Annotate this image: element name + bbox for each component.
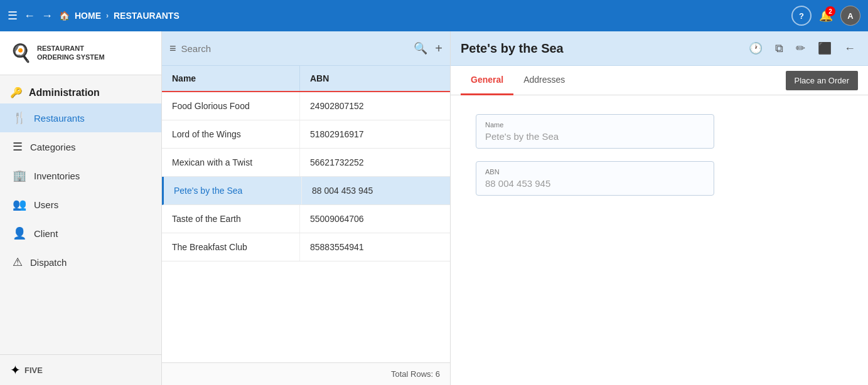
search-bar: ≡ 🔍 + [162, 31, 450, 66]
sidebar-footer: ✦ FIVE [0, 354, 161, 385]
abn-label: ABN [485, 168, 705, 176]
name-field: Name Pete's by the Sea [476, 114, 714, 149]
five-logo-label: FIVE [24, 366, 43, 375]
home-icon: 🏠 [59, 11, 70, 21]
table-footer: Total Rows: 6 [162, 362, 450, 385]
sidebar-item-dispatch[interactable]: ⚠ Dispatch [0, 248, 161, 277]
history-icon[interactable]: 🕐 [746, 39, 765, 58]
row-abn: 51802916917 [300, 120, 450, 148]
table-row[interactable]: Lord of the Wings 51802916917 [162, 120, 450, 149]
breadcrumb-home[interactable]: HOME [75, 11, 101, 21]
name-value: Pete's by the Sea [485, 131, 705, 142]
row-name: Taste of the Earth [162, 205, 300, 233]
row-abn: 88 004 453 945 [302, 177, 450, 204]
sidebar-item-restaurants-label: Restaurants [34, 113, 85, 124]
back-icon[interactable]: ← [24, 9, 35, 23]
notification-badge: 2 [825, 6, 835, 16]
breadcrumb-chevron: › [106, 11, 109, 20]
filter-icon[interactable]: ≡ [169, 42, 176, 55]
row-abn: 56621732252 [300, 149, 450, 176]
sidebar-item-inventories[interactable]: 🏢 Inventories [0, 161, 161, 190]
detail-content: Name Pete's by the Sea ABN 88 004 453 94… [451, 95, 868, 385]
detail-panel: Pete's by the Sea 🕐 ⧉ ✏ ⬛ ← General Addr… [451, 31, 868, 385]
user-avatar[interactable]: A [840, 6, 860, 26]
sidebar-item-users[interactable]: 👥 Users [0, 190, 161, 219]
notifications-button[interactable]: 🔔 2 [819, 9, 833, 23]
topbar: ☰ ← → 🏠 HOME › RESTAURANTS ? 🔔 2 A [0, 0, 868, 31]
table-row[interactable]: Taste of the Earth 55009064706 [162, 205, 450, 233]
list-panel: ≡ 🔍 + Name ABN Food Glorious Food 249028… [162, 31, 451, 385]
row-name: Pete's by the Sea [164, 177, 302, 204]
logo-text: RESTAURANT ORDERING SYSTEM [37, 45, 105, 61]
logo-line2: ORDERING SYSTEM [37, 53, 105, 61]
logo-icon: 🍳 [10, 43, 32, 63]
edit-icon[interactable]: ✏ [793, 39, 808, 58]
table-row[interactable]: Food Glorious Food 24902807152 [162, 92, 450, 120]
name-label: Name [485, 121, 705, 129]
sidebar-item-inventories-label: Inventories [34, 171, 80, 181]
restaurants-icon: 🍴 [13, 111, 26, 125]
sidebar-item-restaurants[interactable]: 🍴 Restaurants [0, 103, 161, 132]
search-icon[interactable]: 🔍 [414, 41, 427, 55]
hamburger-icon[interactable]: ☰ [8, 9, 18, 23]
row-abn: 24902807152 [300, 92, 450, 120]
row-abn: 55009064706 [300, 205, 450, 233]
logo-line1: RESTAURANT [37, 45, 105, 53]
row-name: Mexican with a Twist [162, 149, 300, 176]
help-button[interactable]: ? [791, 6, 812, 26]
row-name: Lord of the Wings [162, 120, 300, 148]
topbar-actions: ? 🔔 2 A [791, 6, 860, 26]
question-icon: ? [799, 11, 804, 21]
tab-addresses[interactable]: Addresses [513, 66, 575, 95]
forward-icon[interactable]: → [41, 9, 53, 23]
five-logo-icon: ✦ [10, 362, 21, 377]
key-icon: 🔑 [10, 87, 23, 98]
sidebar: 🍳 RESTAURANT ORDERING SYSTEM 🔑 Administr… [0, 31, 162, 385]
search-input[interactable] [181, 43, 409, 54]
row-abn: 85883554941 [300, 233, 450, 261]
detail-title: Pete's by the Sea [461, 41, 739, 56]
sidebar-item-categories-label: Categories [30, 142, 76, 152]
sidebar-section-label: 🔑 Administration [0, 75, 161, 103]
row-name: Food Glorious Food [162, 92, 300, 120]
sidebar-item-client[interactable]: 👤 Client [0, 219, 161, 248]
main-layout: 🍳 RESTAURANT ORDERING SYSTEM 🔑 Administr… [0, 31, 868, 385]
breadcrumb-restaurants[interactable]: RESTAURANTS [114, 11, 179, 21]
abn-field: ABN 88 004 453 945 [476, 161, 714, 196]
detail-tabs: General Addresses Place an Order [451, 66, 868, 95]
add-icon[interactable]: + [435, 41, 442, 56]
client-icon: 👤 [13, 226, 26, 240]
dispatch-icon: ⚠ [13, 255, 23, 269]
breadcrumb: 🏠 HOME › RESTAURANTS [59, 11, 179, 21]
col-name-header: Name [162, 66, 300, 91]
tab-general[interactable]: General [461, 66, 513, 95]
copy-icon[interactable]: ⧉ [773, 40, 786, 58]
row-name: The Breakfast Club [162, 233, 300, 261]
categories-icon: ☰ [13, 140, 23, 154]
total-rows-label: Total Rows: 6 [391, 369, 440, 379]
abn-field-group: ABN 88 004 453 945 [476, 161, 843, 196]
sidebar-item-dispatch-label: Dispatch [30, 257, 67, 268]
name-field-group: Name Pete's by the Sea [476, 114, 843, 149]
inventories-icon: 🏢 [13, 169, 26, 182]
sidebar-item-client-label: Client [34, 228, 58, 239]
logo-area: 🍳 RESTAURANT ORDERING SYSTEM [0, 31, 161, 75]
detail-header: Pete's by the Sea 🕐 ⧉ ✏ ⬛ ← [451, 31, 868, 66]
users-icon: 👥 [13, 198, 26, 211]
table-body: Food Glorious Food 24902807152 Lord of t… [162, 92, 450, 362]
user-initial: A [847, 11, 853, 21]
table-header: Name ABN [162, 66, 450, 92]
place-order-button[interactable]: Place an Order [786, 71, 858, 90]
back-arrow-icon[interactable]: ← [842, 40, 858, 58]
table-row[interactable]: The Breakfast Club 85883554941 [162, 233, 450, 261]
col-abn-header: ABN [300, 66, 450, 91]
table-row-selected[interactable]: Pete's by the Sea 88 004 453 945 [162, 177, 450, 205]
layers-icon[interactable]: ⬛ [815, 39, 834, 58]
sidebar-item-categories[interactable]: ☰ Categories [0, 132, 161, 161]
sidebar-item-users-label: Users [34, 199, 58, 210]
abn-value: 88 004 453 945 [485, 178, 705, 189]
table-row[interactable]: Mexican with a Twist 56621732252 [162, 149, 450, 177]
